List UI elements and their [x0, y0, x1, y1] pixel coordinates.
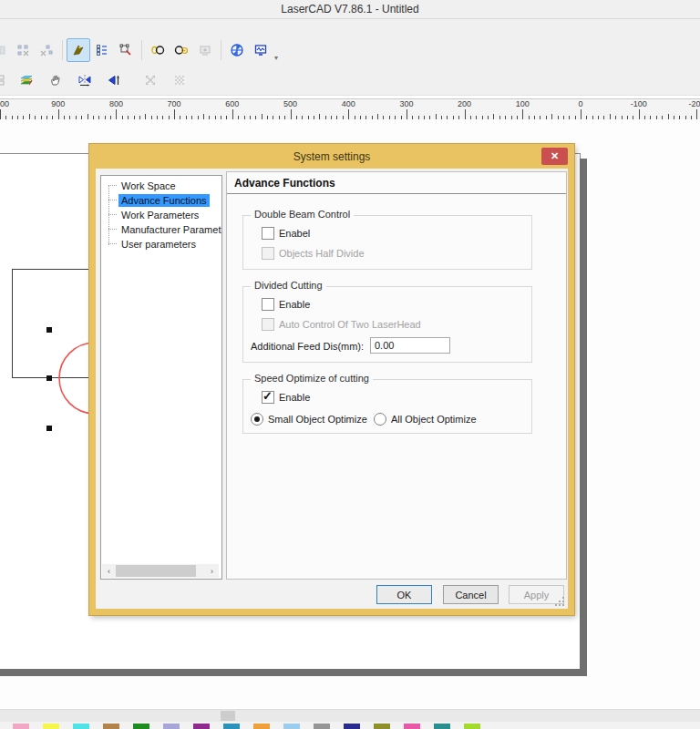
group-speed-optimize: Speed Optimize of cutting Enable Small O…	[242, 379, 532, 434]
scale-icon[interactable]	[139, 68, 162, 92]
palette-swatch[interactable]	[193, 724, 210, 729]
checkbox-box	[262, 391, 274, 404]
ruler-label: -200	[688, 99, 700, 108]
toolbar-separator	[62, 40, 63, 60]
node-edit-icon[interactable]	[114, 38, 138, 62]
tree-item-label: Manufacturer Paramet	[118, 223, 222, 236]
tree-horizontal-scrollbar[interactable]: ‹ ›	[102, 564, 219, 578]
checkbox-box	[262, 298, 274, 311]
ruler-label: 900	[51, 99, 65, 108]
circle-tool-icon[interactable]	[146, 38, 170, 62]
settings-tree: Work SpaceAdvance FunctionsWork Paramete…	[100, 175, 222, 580]
palette-swatch[interactable]	[223, 724, 240, 729]
ruler-label: 800	[109, 99, 123, 108]
all-object-optimize-radio[interactable]: All Object Optimize	[374, 413, 477, 426]
ruler-label: 0	[578, 99, 582, 108]
delete-nodes-icon[interactable]	[35, 38, 58, 62]
checkbox-box	[262, 247, 274, 260]
tree-item[interactable]: Advance Functions	[101, 193, 221, 208]
window-titlebar: LaserCAD V7.86.1 - Untitled	[0, 0, 700, 19]
selection-handle[interactable]	[46, 327, 52, 333]
checkbox-box	[262, 227, 274, 240]
globe-icon[interactable]	[225, 38, 249, 62]
system-settings-dialog: System settings ✕ Work SpaceAdvance Func…	[89, 144, 574, 615]
pick-tool-icon[interactable]	[67, 38, 90, 62]
scroll-left-icon[interactable]: ‹	[102, 564, 116, 578]
divided-enable-checkbox[interactable]: Enable	[262, 298, 310, 311]
ruler-label: 400	[342, 99, 355, 108]
tree-item[interactable]: Work Parameters	[101, 208, 221, 222]
palette-swatch[interactable]	[464, 724, 480, 729]
ruler-label: 500	[283, 99, 297, 108]
selection-handle[interactable]	[46, 426, 52, 431]
tree-connector	[108, 200, 117, 201]
advance-functions-panel: Advance Functions Double Beam Control En…	[226, 171, 567, 580]
selection-handle[interactable]	[46, 375, 52, 381]
cancel-button[interactable]: Cancel	[443, 585, 499, 604]
palette-swatch[interactable]	[13, 724, 29, 729]
canvas-horizontal-scrollbar[interactable]	[0, 709, 700, 722]
tree-connector	[108, 214, 117, 216]
palette-swatch[interactable]	[43, 724, 59, 729]
tree-connector	[108, 229, 117, 231]
scroll-thumb[interactable]	[221, 711, 235, 721]
group-title: Double Beam Control	[251, 209, 354, 220]
page-shadow-right	[580, 159, 587, 676]
palette-swatch[interactable]	[404, 724, 420, 729]
radio-label: All Object Optimize	[391, 414, 477, 425]
palette-swatch[interactable]	[73, 724, 89, 729]
ok-button[interactable]: OK	[376, 585, 432, 604]
mirror-horizontal-icon[interactable]	[73, 68, 97, 92]
palette-swatch[interactable]	[103, 724, 119, 729]
palette-swatch[interactable]	[344, 724, 360, 729]
resize-grip[interactable]	[554, 596, 565, 607]
palette-swatch[interactable]	[283, 724, 300, 729]
checkbox-label: Enabel	[279, 228, 310, 239]
menu-strip	[0, 19, 700, 35]
palette-swatch[interactable]	[314, 724, 330, 729]
lasercad-window: LaserCAD V7.86.1 - Untitled ▾	[0, 0, 700, 729]
edit-nodes-icon[interactable]	[11, 38, 35, 62]
small-object-optimize-radio[interactable]: Small Object Optimize	[251, 413, 367, 426]
palette-swatch[interactable]	[374, 724, 390, 729]
group-title: Divided Cutting	[251, 280, 326, 291]
speed-enable-checkbox[interactable]: Enable	[262, 391, 310, 404]
radio-circle	[251, 413, 263, 426]
mirror-vertical-icon[interactable]	[102, 68, 126, 92]
close-icon[interactable]: ✕	[541, 148, 568, 165]
tree-item[interactable]: User parameters	[101, 237, 221, 252]
toolbar-main: ▾	[0, 35, 700, 65]
clipped-icon	[0, 38, 11, 62]
ruler-label: 700	[168, 99, 181, 108]
tree-connector	[108, 185, 117, 187]
object-properties-icon[interactable]	[90, 38, 114, 62]
scroll-right-icon[interactable]: ›	[205, 564, 219, 578]
checkbox-label: Auto Control Of Two LaserHead	[279, 319, 421, 330]
tree-item-label: Work Space	[118, 180, 179, 192]
radio-label: Small Object Optimize	[268, 414, 367, 425]
additional-feed-input[interactable]	[370, 337, 450, 354]
send-to-machine-icon[interactable]	[193, 38, 217, 62]
layers-icon[interactable]	[15, 68, 38, 92]
pan-hand-icon[interactable]	[44, 68, 67, 92]
auto-control-two-laserhead-checkbox: Auto Control Of Two LaserHead	[262, 318, 421, 331]
scroll-thumb[interactable]	[116, 565, 196, 577]
ruler-label: 300	[399, 99, 413, 108]
tree-item-label: User parameters	[118, 238, 199, 251]
tree-item[interactable]: Manufacturer Paramet	[101, 222, 221, 237]
tree-item-label: Advance Functions	[118, 194, 210, 207]
palette-swatch[interactable]	[253, 724, 270, 729]
preview-monitor-icon[interactable]	[249, 38, 273, 62]
toolbar-overflow-chevron[interactable]: ▾	[274, 54, 278, 62]
tree-item[interactable]: Work Space	[101, 179, 221, 193]
panel-header: Advance Functions	[227, 172, 566, 194]
palette-swatch[interactable]	[133, 724, 149, 729]
dither-pattern-icon[interactable]	[168, 68, 191, 92]
dialog-client: Work SpaceAdvance FunctionsWork Paramete…	[96, 169, 568, 609]
circle-target-icon[interactable]	[170, 38, 193, 62]
enabel-checkbox[interactable]: Enabel	[262, 227, 310, 240]
dialog-titlebar[interactable]: System settings	[89, 144, 574, 169]
palette-swatch[interactable]	[434, 724, 450, 729]
palette-swatch[interactable]	[163, 724, 180, 729]
window-title: LaserCAD V7.86.1 - Untitled	[281, 3, 418, 15]
